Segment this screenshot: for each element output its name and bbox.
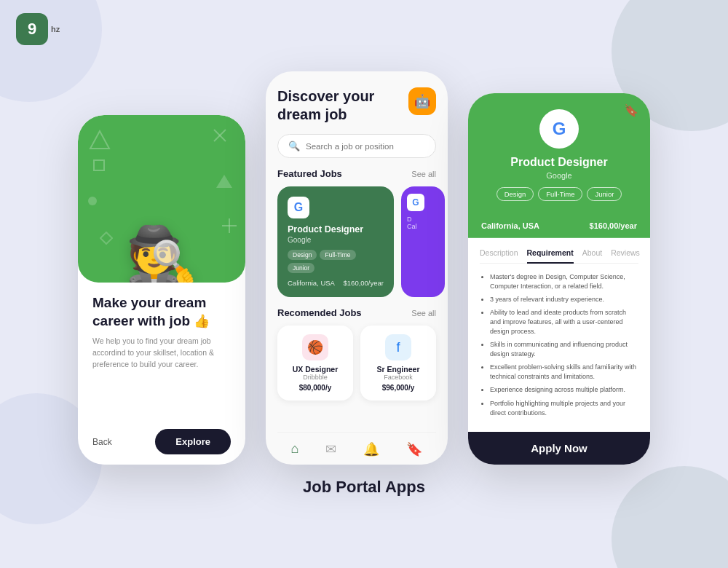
facebook-logo: f (385, 334, 411, 360)
svg-rect-3 (94, 160, 104, 170)
detail-tag-design: Design (496, 187, 534, 201)
svg-marker-4 (216, 175, 232, 188)
rec-title-1: UX Designer (286, 365, 344, 374)
detail-tags: Design Full-Time Junior (481, 187, 637, 201)
phone3-detail-body: Description Requirement About Reviews Ma… (468, 238, 650, 432)
req-5: Excellent problem-solving skills and fam… (490, 363, 638, 382)
recommended-section-header: Recomended Jobs See all (277, 307, 436, 318)
search-bar[interactable]: 🔍 (277, 134, 436, 158)
phone1-tagline: Make your dream career with job 👍 (92, 294, 231, 330)
tag-fulltime: Full-Time (320, 250, 355, 260)
phone1-green-header: 🕵️ (78, 115, 245, 283)
card-tags: Design Full-Time Junior (288, 250, 384, 273)
detail-tag-junior: Junior (587, 187, 622, 201)
page-footer-title: Job Portal Apps (303, 478, 425, 497)
purple-card-logo: G (407, 194, 424, 211)
location-salary-bar: California, USA $160,00/year (468, 214, 650, 238)
shape-diamond-bl (100, 232, 113, 245)
shape-triangle-tl (89, 130, 111, 151)
rec-company-2: Facebook (369, 374, 427, 381)
detail-bookmark-icon[interactable]: 🔖 (624, 103, 638, 117)
detail-location: California, USA (481, 221, 539, 230)
card-location: California, USA (288, 279, 335, 287)
card-footer: California, USA $160,00/year (288, 279, 384, 287)
tab-reviews[interactable]: Reviews (611, 248, 640, 257)
card-job-title: Product Designer (288, 224, 384, 234)
explore-button[interactable]: Explore (155, 429, 231, 454)
logo-area: 9 hz (16, 13, 60, 45)
svg-point-5 (88, 197, 97, 205)
shape-plus-r (221, 217, 238, 234)
phone1-subtitle: We help you to find your dream job accor… (92, 336, 231, 370)
phones-container: 🕵️ Make your dream career with job 👍 We … (78, 71, 650, 465)
req-1: Master's degree in Design, Computer Scie… (490, 272, 638, 291)
nav-bell-icon[interactable]: 🔔 (363, 441, 379, 457)
card-company: Google (288, 236, 384, 244)
phone1-buttons-row: Back Explore (92, 429, 231, 454)
tab-description[interactable]: Description (480, 248, 518, 257)
req-7: Portfolio highlighting multiple projects… (490, 399, 638, 418)
req-2: 3 years of relevant industry experience. (490, 295, 638, 304)
req-3: Ability to lead and ideate products from… (490, 308, 638, 336)
logo-hz: hz (51, 25, 60, 33)
svg-marker-8 (100, 232, 112, 244)
rec-company-1: Dribbble (286, 374, 344, 381)
google-circle-logo: G (539, 109, 579, 149)
rec-card-facebook[interactable]: f Sr Engineer Facebook $96,000/y (360, 326, 436, 401)
phone-job-detail: 🔖 G Product Designer Google Design Full-… (468, 93, 650, 465)
detail-job-company: Google (481, 171, 637, 180)
shape-triangle-r (216, 173, 232, 189)
rec-salary-1: $80,000/y (286, 384, 344, 392)
recommended-title: Recomended Jobs (277, 307, 362, 318)
detail-tabs-row: Description Requirement About Reviews (480, 248, 638, 264)
google-logo: G (288, 197, 309, 218)
featured-title: Featured Jobs (277, 168, 342, 179)
rec-title-2: Sr Engineer (369, 365, 427, 374)
phone2-bottom-nav: ⌂ ✉ 🔔 🔖 (277, 432, 436, 465)
phone3-green-header: 🔖 G Product Designer Google Design Full-… (468, 93, 650, 214)
phone2-header: Discover your dream job 🤖 (277, 87, 436, 124)
avatar-icon: 🤖 (408, 87, 436, 115)
rec-salary-2: $96,000/y (369, 384, 427, 392)
search-icon: 🔍 (288, 141, 300, 151)
featured-cards-row: G Product Designer Google Design Full-Ti… (277, 186, 436, 297)
tab-requirement[interactable]: Requirement (527, 248, 574, 257)
featured-section-header: Featured Jobs See all (277, 168, 436, 179)
dribbble-logo: 🏀 (302, 334, 328, 360)
featured-card-google[interactable]: G Product Designer Google Design Full-Ti… (277, 186, 394, 297)
svg-marker-0 (90, 131, 109, 149)
detail-job-title: Product Designer (481, 156, 637, 169)
apply-now-button[interactable]: Apply Now (468, 432, 650, 465)
phone-onboarding: 🕵️ Make your dream career with job 👍 We … (78, 115, 245, 465)
search-input[interactable] (306, 142, 425, 151)
featured-card-purple[interactable]: G DCal (401, 186, 445, 297)
recommended-cards: 🏀 UX Designer Dribbble $80,000/y f Sr En… (277, 326, 436, 401)
req-4: Skills in communicating and influencing … (490, 340, 638, 359)
recommended-see-all[interactable]: See all (411, 309, 436, 317)
tag-design: Design (288, 250, 317, 260)
decorative-blob-br (612, 466, 728, 568)
nav-mail-icon[interactable]: ✉ (325, 441, 336, 457)
shape-dot-l (87, 195, 98, 207)
featured-see-all[interactable]: See all (411, 170, 436, 178)
phone-job-listing: Discover your dream job 🤖 🔍 Featured Job… (266, 71, 448, 465)
phone1-bottom-content: Make your dream career with job 👍 We hel… (78, 283, 245, 465)
req-6: Experience designing across multiple pla… (490, 385, 638, 395)
shape-rect-l (92, 159, 106, 172)
back-button[interactable]: Back (92, 437, 112, 447)
tagline-emoji: 👍 (194, 314, 210, 328)
requirements-list: Master's degree in Design, Computer Scie… (480, 272, 638, 418)
nav-bookmark-icon[interactable]: 🔖 (406, 441, 422, 457)
tab-about[interactable]: About (582, 248, 602, 257)
nav-home-icon[interactable]: ⌂ (291, 441, 299, 457)
card-salary: $160,00/year (344, 279, 384, 287)
detail-salary: $160,00/year (590, 221, 637, 230)
character-illustration: 🕵️ (125, 228, 198, 283)
logo-badge: 9 (16, 13, 48, 45)
shape-x-tr (213, 128, 227, 143)
detail-tag-fulltime: Full-Time (538, 187, 582, 201)
discover-title: Discover your dream job (277, 87, 374, 124)
tag-junior: Junior (288, 263, 314, 273)
rec-card-dribbble[interactable]: 🏀 UX Designer Dribbble $80,000/y (277, 326, 353, 401)
